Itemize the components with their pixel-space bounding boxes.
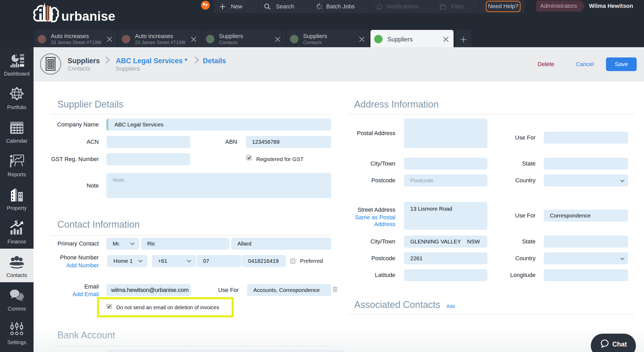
svg-text:urbanise: urbanise xyxy=(61,9,115,23)
svg-text:$: $ xyxy=(15,220,18,225)
